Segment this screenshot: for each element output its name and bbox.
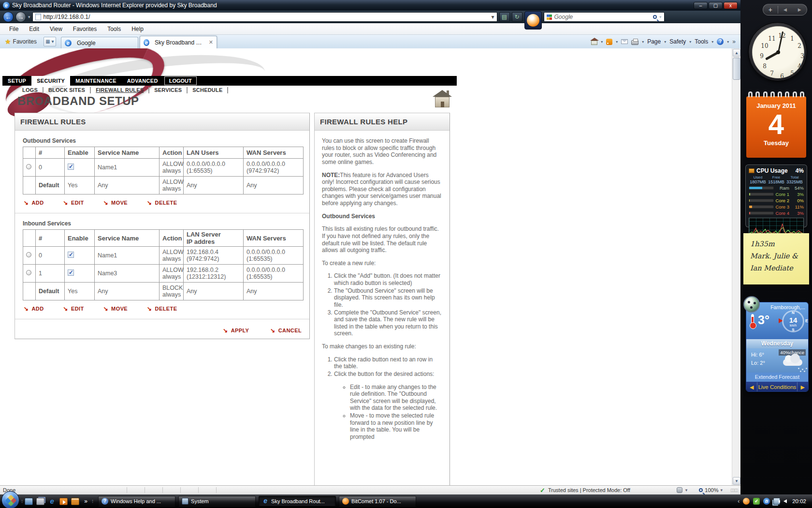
ie-app-icon: e <box>262 498 269 505</box>
start-button[interactable] <box>1 491 19 508</box>
calendar-app-icon[interactable] <box>71 498 79 505</box>
menu-item[interactable]: Edit <box>24 26 44 32</box>
browser-tab[interactable]: Google ✕ <box>61 37 138 48</box>
subnav-link[interactable]: FIREWALL RULES <box>91 87 149 93</box>
extended-forecast-link[interactable]: Extended Forecast <box>746 373 808 382</box>
scrollbar-thumb[interactable] <box>733 58 740 80</box>
tools-menu[interactable]: Tools <box>695 38 708 45</box>
help-icon[interactable]: ? <box>717 38 724 45</box>
security-tray-icon[interactable]: ✓ <box>753 498 760 505</box>
nav-tab[interactable]: MAINTENANCE <box>70 76 122 86</box>
volume-icon[interactable] <box>783 499 787 503</box>
sticky-note-gadget[interactable]: 1h35mMark. Julie &Ian Mediate <box>743 233 809 284</box>
restore-button[interactable]: ▢ <box>709 2 723 9</box>
favorites-star-icon[interactable]: ★ <box>5 38 11 45</box>
show-desktop-icon[interactable] <box>25 498 33 505</box>
subnav-link[interactable]: BLOCK SITES <box>44 87 91 93</box>
history-dropdown-icon[interactable]: ▾ <box>28 15 30 19</box>
rule-radio[interactable] <box>26 252 31 257</box>
nav-tab[interactable]: SETUP <box>2 76 31 86</box>
zoom-control[interactable]: 100% ▾ <box>699 487 723 493</box>
menu-item[interactable]: Favorites <box>68 26 102 32</box>
quick-tabs-icon[interactable]: ▦ ▾ <box>44 37 56 46</box>
action-button[interactable]: ADD <box>24 199 44 206</box>
close-button[interactable]: x <box>724 2 738 9</box>
taskbar-button[interactable]: ? e Sky Broadband Rout... <box>259 496 336 507</box>
forward-button[interactable]: → <box>15 12 26 22</box>
home-icon[interactable] <box>591 41 597 45</box>
weather-location[interactable]: Farnborough,... <box>770 304 805 310</box>
protected-mode-icon[interactable] <box>677 487 682 493</box>
safety-menu[interactable]: Safety <box>669 38 686 45</box>
browser-tab[interactable]: Sky Broadband Router ✕ <box>140 36 217 48</box>
subnav-link[interactable]: SCHEDULE <box>188 87 228 93</box>
action-button[interactable]: EDIT <box>63 305 84 312</box>
live-prev-icon[interactable]: ◀ <box>746 384 757 390</box>
status-bar: Done ✓ Trusted sites | Protected Mode: O… <box>0 485 740 494</box>
bitcomet-tray-icon[interactable] <box>743 498 750 505</box>
taskbar-button[interactable]: ? e BitComet 1.07 - Do... <box>339 496 416 507</box>
switch-windows-icon[interactable] <box>36 498 44 505</box>
quicklaunch-overflow-icon[interactable]: » <box>84 498 87 505</box>
menu-item[interactable]: File <box>4 26 24 32</box>
bluetooth-icon[interactable]: B <box>763 498 770 505</box>
apply-button[interactable]: APPLY <box>223 327 249 334</box>
cpu-gadget[interactable]: CPU Usage 4% Used Free Total 1807MB 1518… <box>745 164 807 227</box>
action-button[interactable]: ADD <box>24 305 44 312</box>
minimize-button[interactable]: – <box>694 2 708 9</box>
enable-checkbox[interactable] <box>68 164 74 170</box>
live-next-icon[interactable]: ▶ <box>798 384 808 390</box>
prev-page-icon[interactable]: ◀ <box>778 7 793 12</box>
taskbar-button[interactable]: ? e System <box>178 496 256 507</box>
subnav-link[interactable]: LOGS <box>17 87 44 93</box>
scroll-down-icon[interactable]: ▼ <box>733 477 740 485</box>
menu-item[interactable]: Tools <box>102 26 126 32</box>
mail-icon[interactable] <box>621 39 628 44</box>
nav-tab[interactable]: SECURITY <box>31 76 70 86</box>
clock-gadget[interactable]: 121234567891011 <box>748 22 807 81</box>
overflow-chevron-icon[interactable]: » <box>732 38 736 45</box>
live-conditions-link[interactable]: Live Conditions <box>757 382 797 392</box>
menu-item[interactable]: Help <box>126 26 149 32</box>
subnav-link[interactable]: SERVICES <box>149 87 188 93</box>
add-gadget-icon[interactable]: + <box>763 6 778 14</box>
scroll-up-icon[interactable]: ▲ <box>733 49 740 57</box>
taskbar-button[interactable]: ? e Windows Help and ... <box>98 496 175 507</box>
action-button[interactable]: EDIT <box>63 199 84 206</box>
menu-bar: FileEditViewFavoritesToolsHelp <box>0 23 740 35</box>
enable-checkbox[interactable] <box>68 269 74 276</box>
refresh-icon[interactable]: ↻ <box>512 12 522 22</box>
tray-expand-icon[interactable]: ‹ <box>738 498 740 505</box>
menu-item[interactable]: View <box>44 26 68 32</box>
compatibility-icon[interactable]: ▤ <box>499 12 510 22</box>
favorites-label[interactable]: Favorites <box>13 38 37 45</box>
enable-checkbox[interactable] <box>68 252 74 258</box>
search-dropdown-icon[interactable]: ▾ <box>659 15 662 19</box>
action-button[interactable]: MOVE <box>103 305 128 312</box>
next-page-icon[interactable]: ▶ <box>792 7 807 12</box>
calendar-gadget[interactable]: January 2011 4 Tuesday <box>746 95 806 158</box>
print-icon[interactable] <box>631 40 638 45</box>
search-input[interactable]: Google ▾ <box>544 12 665 22</box>
vertical-scrollbar[interactable]: ▲ ▼ <box>732 48 740 485</box>
action-button[interactable]: DELETE <box>147 199 177 206</box>
clock-time[interactable]: 20:02 <box>792 498 806 504</box>
logout-button[interactable]: LOGOUT <box>164 76 197 85</box>
rule-radio[interactable] <box>26 270 31 275</box>
page-menu[interactable]: Page <box>647 38 661 45</box>
tab-close-icon[interactable]: ✕ <box>209 39 213 45</box>
rule-radio[interactable] <box>26 164 31 169</box>
address-input[interactable]: http://192.168.0.1/ ▾ <box>32 12 497 22</box>
media-player-icon[interactable] <box>59 498 68 505</box>
nav-tab[interactable]: ADVANCED <box>122 76 163 86</box>
back-button[interactable]: ← <box>3 12 14 22</box>
cancel-button[interactable]: CANCEL <box>270 327 302 334</box>
rss-icon[interactable] <box>606 39 612 45</box>
wind-speed: 14 <box>783 316 803 324</box>
weather-gadget[interactable]: Farnborough,... 3° N E S 14 km/h Wednesd… <box>743 296 810 394</box>
action-button[interactable]: MOVE <box>103 199 128 206</box>
action-button[interactable]: DELETE <box>147 305 177 312</box>
address-dropdown-icon[interactable]: ▾ <box>492 14 494 20</box>
search-icon[interactable] <box>653 15 657 19</box>
ie-quicklaunch-icon[interactable]: e <box>48 498 56 505</box>
